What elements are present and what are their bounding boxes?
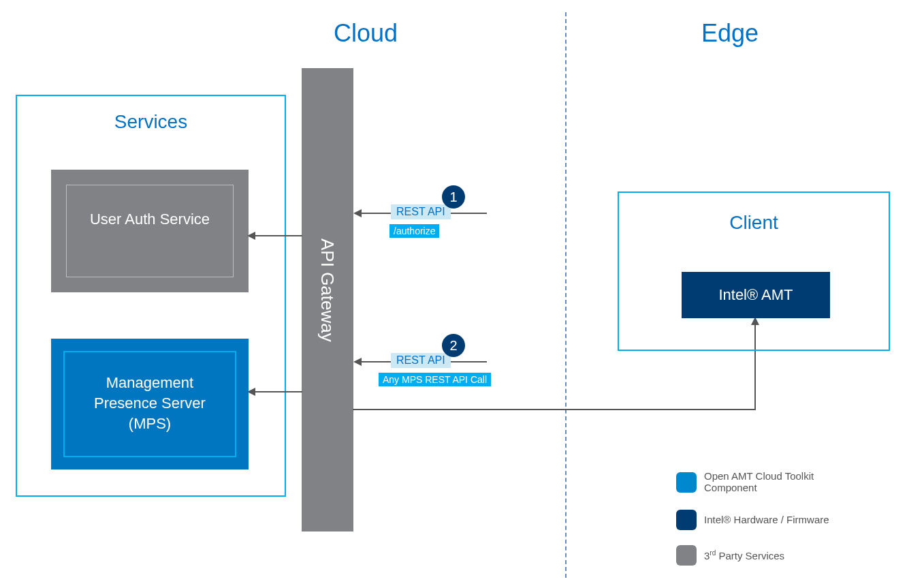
cloud-edge-divider [565,12,567,578]
rest2-tag: Any MPS REST API Call [379,373,491,386]
rest1-tag: /authorize [389,224,439,238]
cloud-title: Cloud [334,19,398,48]
user-auth-box: User Auth Service [51,170,249,292]
edge-title: Edge [701,19,759,48]
user-auth-text: User Auth Service [51,209,249,230]
api-gateway-label: API Gateway [317,238,338,342]
mps-l3: (MPS) [129,415,171,432]
intel-amt-box: Intel® AMT [682,272,830,318]
gw-to-auth-line [253,235,302,236]
mps-l1: Management [106,374,193,391]
mps-to-amt-h [353,409,756,410]
legend-text-toolkit: Open AMT Cloud Toolkit Component [704,470,854,493]
services-container: Services User Auth Service Management Pr… [16,95,286,497]
mps-box: Management Presence Server (MPS) [51,339,249,469]
rest1-label: REST API [391,204,451,219]
legend-swatch-firmware [676,510,697,530]
api-gateway-box: API Gateway [302,68,353,531]
legend3-post: Party Services [716,550,784,561]
mps-l2: Presence Server [94,395,206,412]
rest2-label: REST API [391,353,451,368]
client-label: Client [619,212,889,234]
gw-to-mps-line [253,391,302,392]
client-container: Client Intel® AMT [618,191,890,351]
legend-text-firmware: Intel® Hardware / Firmware [704,514,829,525]
mps-text: Management Presence Server (MPS) [51,373,249,434]
legend-swatch-3rdparty [676,545,697,566]
rest1-badge: 1 [442,185,465,209]
legend3-sup: rd [710,549,716,557]
rest2-arrowhead [353,358,362,366]
gw-to-mps-arrow [247,388,255,396]
user-auth-inner [66,185,234,277]
legend-text-3rdparty: 3rd Party Services [704,549,784,561]
gw-to-auth-arrow [247,232,255,240]
services-label: Services [17,111,285,133]
rest1-arrowhead [353,209,362,217]
rest2-badge: 2 [442,334,465,357]
legend-swatch-toolkit [676,472,697,493]
